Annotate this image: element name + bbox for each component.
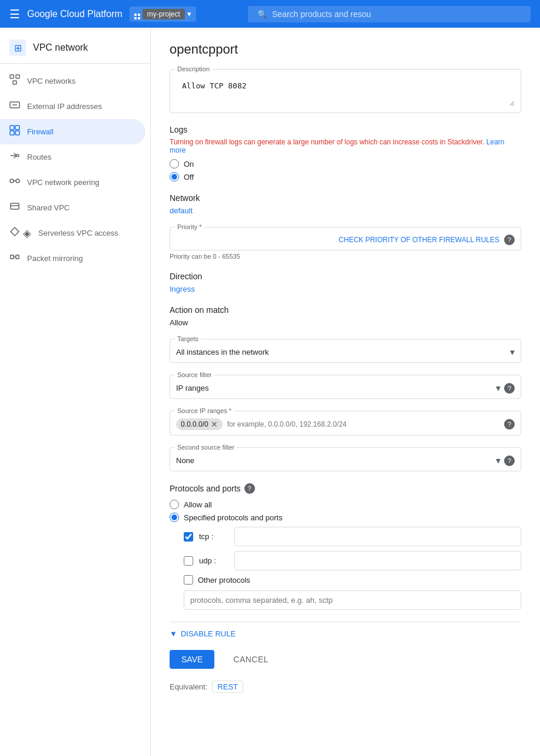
source-filter-dropdown-icon: ▾ <box>496 382 501 394</box>
svg-rect-15 <box>11 255 14 259</box>
network-title: Network <box>170 193 521 203</box>
routes-label: Routes <box>27 153 51 161</box>
sidebar-item-packet-mirroring[interactable]: Packet mirroring <box>0 246 145 271</box>
udp-checkbox[interactable] <box>184 556 193 566</box>
sidebar-item-external-ip[interactable]: External IP addresses <box>0 94 145 119</box>
direction-title: Direction <box>170 272 521 281</box>
svg-rect-2 <box>13 81 16 84</box>
sidebar-item-vpc-peering[interactable]: VPC network peering <box>0 170 145 195</box>
source-ip-chip: 0.0.0.0/0 ✕ <box>176 418 223 430</box>
menu-icon[interactable]: ☰ <box>9 7 20 21</box>
sidebar-item-routes[interactable]: Routes <box>0 144 145 170</box>
allow-all-radio[interactable] <box>170 500 179 509</box>
chip-value: 0.0.0.0/0 <box>181 420 208 428</box>
second-source-label: Second source filter <box>175 444 237 451</box>
vpc-peering-label: VPC network peering <box>27 178 100 187</box>
serverless-vpc-label: Serverless VPC access <box>38 229 118 237</box>
tcp-label: tcp : <box>199 532 228 541</box>
protocols-help-icon[interactable]: ? <box>244 483 255 494</box>
description-label: Description <box>175 65 212 72</box>
topbar: ☰ Google Cloud Platform my-project ▾ 🔍 S… <box>0 0 540 28</box>
second-source-help-icon[interactable]: ? <box>504 455 515 466</box>
packet-mirroring-icon <box>9 252 20 265</box>
priority-label: Priority * <box>175 223 204 230</box>
udp-label: udp : <box>199 556 228 565</box>
logs-title: Logs <box>170 125 521 134</box>
cancel-button[interactable]: CANCEL <box>221 650 280 669</box>
logs-warning: Turning on firewall logs can generate a … <box>170 138 521 154</box>
second-source-value: None <box>176 456 194 465</box>
sidebar-item-vpc-networks[interactable]: VPC networks <box>0 68 145 94</box>
specified-label: Specified protocols and ports <box>184 513 283 522</box>
chip-close-icon[interactable]: ✕ <box>211 420 218 429</box>
svg-rect-13 <box>11 203 19 209</box>
targets-label: Targets <box>175 335 201 342</box>
svg-rect-7 <box>10 131 14 135</box>
logs-on-radio[interactable] <box>170 159 179 169</box>
project-dropdown-icon: ▾ <box>187 9 191 18</box>
direction-value: Ingress <box>170 285 195 293</box>
disable-rule[interactable]: ▼ DISABLE RULE <box>170 629 521 638</box>
equivalent-label: Equivalent: <box>170 682 207 691</box>
description-section: Description Allow TCP 8082 <box>170 69 521 113</box>
second-source-value-row: None ▾ ? <box>176 455 515 466</box>
targets-field[interactable]: Targets All instances in the network ▾ <box>170 339 521 363</box>
source-filter-field[interactable]: Source filter IP ranges ▾ ? <box>170 375 521 399</box>
specified-radio[interactable] <box>170 513 179 522</box>
project-selector[interactable]: my-project ▾ <box>130 6 196 22</box>
rest-link[interactable]: REST <box>212 681 243 693</box>
other-protocols-checkbox[interactable] <box>184 575 193 585</box>
sidebar-item-serverless-vpc[interactable]: ◈ Serverless VPC access <box>0 220 145 246</box>
other-protocols-option[interactable]: Other protocols <box>184 575 521 585</box>
save-button[interactable]: SAVE <box>170 650 214 669</box>
other-protocols-label: Other protocols <box>198 576 250 585</box>
svg-rect-5 <box>10 126 14 130</box>
allow-all-option[interactable]: Allow all <box>170 500 521 509</box>
targets-section: Targets All instances in the network ▾ <box>170 339 521 363</box>
app-title: Google Cloud Platform <box>27 9 122 19</box>
source-ip-help-icon[interactable]: ? <box>504 419 515 430</box>
description-input[interactable]: Allow TCP 8082 <box>176 77 515 106</box>
packet-mirroring-label: Packet mirroring <box>27 254 83 263</box>
vpc-network-icon: ⊞ <box>9 39 26 56</box>
tcp-input[interactable]: 8082 <box>234 527 521 546</box>
tcp-checkbox[interactable] <box>184 532 193 542</box>
search-bar[interactable]: 🔍 Search products and resou <box>248 6 531 22</box>
logs-radio-group: On Off <box>170 159 521 181</box>
search-icon: 🔍 <box>257 9 267 19</box>
check-priority-link[interactable]: CHECK PRIORITY OF OTHER FIREWALL RULES <box>339 236 499 244</box>
sidebar-title: VPC network <box>33 42 88 53</box>
logs-off-option[interactable]: Off <box>170 172 521 181</box>
direction-section: Direction Ingress <box>170 272 521 293</box>
serverless-vpc-icon: ◈ <box>9 226 31 240</box>
protocols-title: Protocols and ports ? <box>170 483 521 494</box>
specified-option[interactable]: Specified protocols and ports <box>170 513 521 522</box>
logs-on-option[interactable]: On <box>170 159 521 169</box>
source-filter-label: Source filter <box>175 371 214 378</box>
second-source-section: Second source filter None ▾ ? <box>170 447 521 471</box>
vpc-peering-icon <box>9 176 20 189</box>
svg-marker-14 <box>11 227 19 236</box>
source-filter-section: Source filter IP ranges ▾ ? <box>170 375 521 399</box>
description-field: Description Allow TCP 8082 <box>170 69 521 113</box>
second-source-field[interactable]: Second source filter None ▾ ? <box>170 447 521 471</box>
page-title: opentcpport <box>170 42 521 57</box>
svg-rect-1 <box>16 75 19 78</box>
other-protocols-input[interactable] <box>184 590 521 610</box>
chevron-down-icon: ▼ <box>170 629 177 638</box>
protocols-section: Protocols and ports ? Allow all Specifie… <box>170 483 521 610</box>
sidebar-header: ⊞ VPC network <box>0 32 150 64</box>
udp-input[interactable]: all <box>234 551 521 570</box>
sidebar-item-shared-vpc[interactable]: Shared VPC <box>0 195 145 220</box>
disable-rule-label: DISABLE RULE <box>181 629 236 638</box>
source-ip-input[interactable] <box>227 420 499 428</box>
shared-vpc-label: Shared VPC <box>27 203 69 212</box>
project-name: my-project <box>143 9 185 19</box>
source-ip-section: Source IP ranges * 0.0.0.0/0 ✕ ? <box>170 411 521 435</box>
sidebar-item-firewall[interactable]: Firewall <box>0 119 145 144</box>
priority-help-icon[interactable]: ? <box>504 235 515 245</box>
other-protocols-container: Other protocols <box>184 575 521 610</box>
logs-off-radio[interactable] <box>170 172 179 181</box>
priority-input[interactable]: 65534 <box>176 236 334 245</box>
source-filter-help-icon[interactable]: ? <box>504 383 515 394</box>
